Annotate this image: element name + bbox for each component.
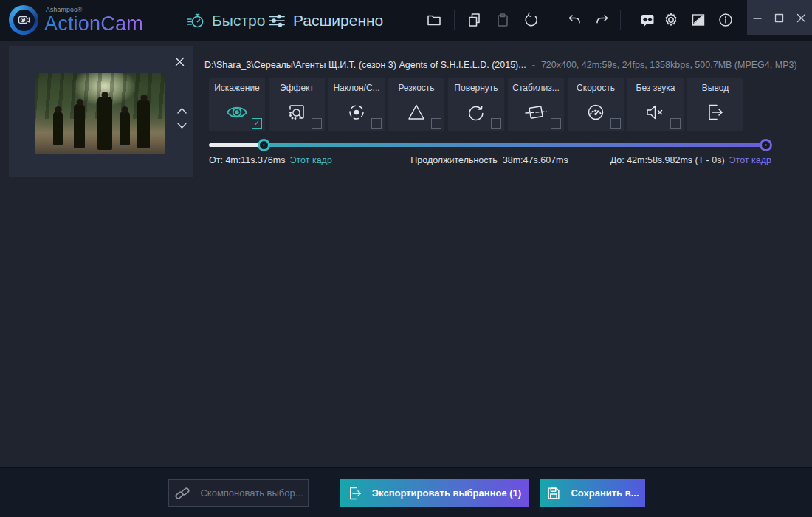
tab-fast-label: Быстро	[212, 12, 265, 30]
export-label: Экспортировать выбранное (1)	[372, 487, 521, 499]
copy-icon	[466, 11, 484, 29]
paste-button[interactable]	[490, 7, 515, 32]
eye-icon	[225, 102, 249, 123]
feedback-bubble-icon	[639, 11, 656, 29]
timeline-track-leading[interactable]	[209, 143, 264, 147]
camera-logo-icon	[13, 10, 35, 31]
actioncam-window: { "colors": { "accent_teal": "#2fbfb2", …	[0, 0, 812, 517]
minimize-icon	[753, 13, 763, 23]
contrast-icon	[689, 11, 707, 29]
chevron-up-icon	[176, 107, 187, 114]
maximize-button[interactable]	[768, 0, 790, 35]
tool-speed[interactable]: Скорость	[568, 78, 624, 131]
tab-advanced-mode[interactable]: Расширенно	[267, 8, 383, 33]
rotate-icon	[466, 102, 486, 123]
tool-checkbox[interactable]	[371, 118, 382, 129]
time-to-value: 42m:58s.982ms (T - 0s)	[627, 155, 724, 165]
tool-effect[interactable]: Эффект	[269, 78, 325, 131]
video-thumbnail[interactable]	[35, 73, 165, 154]
tool-stabilize[interactable]: Стабилиз...	[508, 78, 564, 131]
tilt-shift-icon	[346, 102, 367, 123]
tool-checkbox[interactable]	[431, 118, 441, 129]
tool-checkbox[interactable]	[610, 118, 621, 129]
export-icon	[705, 102, 726, 123]
undo-icon	[565, 11, 583, 29]
tool-checkbox[interactable]	[252, 118, 262, 129]
app-logo	[9, 5, 38, 35]
compose-selection-button[interactable]: Скомпоновать выбор...	[168, 479, 309, 507]
theme-toggle-button[interactable]	[686, 7, 711, 32]
close-button[interactable]	[791, 0, 812, 35]
footer-bar: Скомпоновать выбор... Экспортировать выб…	[0, 467, 812, 517]
effect-magnifier-icon	[286, 102, 307, 123]
save-label: Сохранить в...	[571, 487, 639, 499]
close-icon	[796, 13, 806, 23]
tool-output[interactable]: Вывод	[687, 78, 743, 131]
reset-icon	[522, 11, 540, 29]
paste-icon	[494, 11, 512, 29]
folder-icon	[425, 11, 443, 29]
toolbar-separator	[620, 10, 621, 30]
mute-speaker-icon	[644, 102, 667, 123]
duration-value: 38m:47s.607ms	[503, 155, 568, 165]
info-icon	[717, 11, 734, 29]
toolbar-separator	[551, 10, 551, 30]
feedback-button[interactable]	[635, 7, 660, 32]
tool-checkbox[interactable]	[312, 118, 322, 129]
open-folder-button[interactable]	[422, 7, 447, 32]
info-button[interactable]	[713, 7, 738, 32]
chain-link-icon	[173, 485, 191, 502]
close-icon	[175, 57, 185, 66]
triangle-icon	[406, 102, 427, 123]
app-title: ActionCam	[44, 13, 143, 35]
tab-fast-mode[interactable]: Быстро	[186, 8, 265, 33]
tool-mute[interactable]: Без звука	[627, 78, 684, 131]
time-from: От: 4m:11s.376msЭтот кадр	[209, 155, 332, 165]
maximize-icon	[774, 13, 784, 23]
timeline-end-handle[interactable]: ‹	[760, 139, 772, 151]
time-from-value: 4m:11s.376ms	[225, 155, 285, 165]
clip-down-button[interactable]	[173, 118, 190, 133]
export-icon	[347, 485, 363, 501]
compose-label: Скомпоновать выбор...	[200, 487, 303, 499]
tab-advanced-label: Расширенно	[293, 12, 383, 30]
export-selected-button[interactable]: Экспортировать выбранное (1)	[340, 479, 529, 507]
tool-distortion[interactable]: Искажение	[209, 78, 265, 131]
redo-icon	[593, 11, 611, 29]
chevron-down-icon	[176, 122, 187, 129]
file-path-link[interactable]: D:\Shara_3\Сереалы\Агенты Щ.И.Т. (сезон …	[204, 60, 526, 70]
stopwatch-icon	[186, 11, 205, 30]
reset-button[interactable]	[518, 7, 543, 32]
file-details: 720x400, 42m:59s, 24fps, 1358kbps, 500.7…	[541, 60, 797, 70]
gear-icon	[662, 11, 680, 29]
save-as-button[interactable]: Сохранить в...	[540, 479, 645, 507]
this-frame-link-start[interactable]: Этот кадр	[289, 155, 331, 165]
tool-checkbox[interactable]	[670, 118, 681, 129]
clip-list-panel	[9, 46, 193, 177]
time-to: До: 42m:58s.982ms (T - 0s)Этот кадр	[610, 155, 771, 165]
sliders-icon	[267, 11, 286, 30]
save-floppy-icon	[546, 485, 562, 501]
tool-checkbox[interactable]	[551, 118, 561, 129]
file-info-row: D:\Shara_3\Сереалы\Агенты Щ.И.Т. (сезон …	[204, 60, 802, 70]
title-bar: Ashampoo® ActionCam Быстро	[0, 0, 812, 41]
tool-tilt-shift[interactable]: Наклон/С...	[328, 78, 385, 131]
redo-button[interactable]	[590, 7, 615, 32]
tool-checkbox[interactable]	[491, 118, 501, 129]
copy-button[interactable]	[462, 7, 487, 32]
tool-rotate[interactable]: Повернуть	[448, 78, 504, 131]
undo-button[interactable]	[562, 7, 587, 32]
window-controls	[747, 0, 812, 35]
clip-up-button[interactable]	[173, 103, 190, 118]
minimize-button[interactable]	[747, 0, 768, 35]
remove-clip-button[interactable]	[171, 53, 187, 69]
tool-toolbar: Искажение Эффект Наклон/С...	[209, 78, 743, 131]
toolbar-separator	[454, 10, 455, 30]
this-frame-link-end[interactable]: Этот кадр	[729, 155, 771, 165]
settings-button[interactable]	[658, 7, 684, 32]
file-info-separator: -	[532, 60, 535, 70]
speedometer-icon	[585, 102, 606, 123]
timeline-start-handle[interactable]: ›	[258, 139, 270, 151]
timeline-track-selection[interactable]	[264, 143, 771, 147]
tool-sharpness[interactable]: Резкость	[388, 78, 444, 131]
